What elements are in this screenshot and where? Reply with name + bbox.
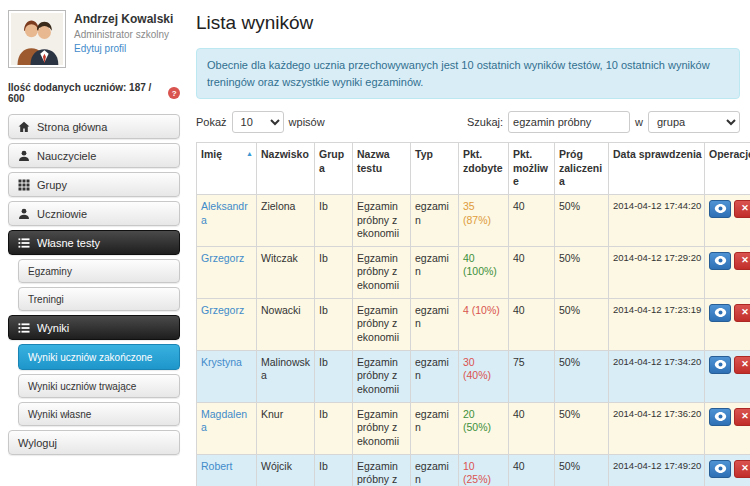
sidebar-item-label: Grupy — [37, 179, 67, 191]
delete-result-button[interactable]: ✕ — [734, 304, 750, 322]
cell-prog-zaliczenia: 50% — [555, 350, 609, 402]
cell-imie: Krystyna — [197, 350, 257, 402]
cell-data-sprawdzenia: 2014-04-12 17:49:20 — [609, 454, 705, 486]
cell-imie: Robert — [197, 454, 257, 486]
cell-grupa: Ib — [315, 194, 353, 246]
score-value: 35 (87%) — [463, 200, 491, 226]
col-header-nazwisko[interactable]: Nazwisko — [257, 143, 315, 195]
cell-typ: egzamin — [411, 454, 459, 486]
grid-icon — [18, 179, 30, 191]
cell-data-sprawdzenia: 2014-04-12 17:29:20 — [609, 246, 705, 298]
sidebar-item-wyniki-wlasne[interactable]: Wyniki własne — [18, 402, 180, 426]
sidebar-item-nauczyciele[interactable]: Nauczyciele — [8, 143, 180, 168]
delete-result-button[interactable]: ✕ — [734, 200, 750, 218]
col-header-prog-zaliczenia[interactable]: Próg zaliczenia — [555, 143, 609, 195]
delete-result-button[interactable]: ✕ — [734, 408, 750, 426]
sidebar-item-grupy[interactable]: Grupy — [8, 172, 180, 197]
sidebar-item-wyniki-uczniow-trwajace[interactable]: Wyniki uczniów trwające — [18, 374, 180, 398]
cell-operacje: ✕ — [705, 350, 750, 402]
sidebar-item-uczniowie[interactable]: Uczniowie — [8, 201, 180, 226]
info-alert: Obecnie dla każdego ucznia przechowywany… — [196, 48, 740, 99]
close-icon: ✕ — [741, 412, 749, 421]
delete-result-button[interactable]: ✕ — [734, 252, 750, 270]
student-link[interactable]: Robert — [201, 460, 233, 472]
sidebar-item-wyniki-uczniow-zakonczone[interactable]: Wyniki uczniów zakończone — [18, 344, 180, 370]
score-value: 10 (25%) — [463, 460, 491, 486]
delete-result-button[interactable]: ✕ — [734, 356, 750, 374]
col-header-nazwa-testu[interactable]: Nazwa testu — [353, 143, 411, 195]
student-link[interactable]: Krystyna — [201, 356, 242, 368]
cell-pkt-zdobyte: 40 (100%) — [459, 246, 509, 298]
student-link[interactable]: Grzegorz — [201, 252, 244, 264]
view-result-button[interactable] — [709, 200, 731, 218]
eye-icon — [714, 412, 727, 421]
sidebar-item-wyniki[interactable]: Wyniki — [8, 315, 180, 340]
search-field-select[interactable]: grupa — [648, 111, 740, 133]
list-icon — [18, 237, 30, 249]
student-link[interactable]: Aleksandra — [201, 200, 248, 226]
cell-operacje: ✕ — [705, 402, 750, 454]
view-result-button[interactable] — [709, 252, 731, 270]
list-icon — [18, 322, 30, 334]
student-link[interactable]: Grzegorz — [201, 304, 244, 316]
help-icon[interactable]: ? — [168, 87, 180, 99]
sidebar-item-wlasne-testy[interactable]: Własne testy — [8, 230, 180, 255]
cell-nazwa-testu: Egzamin próbny z ekonomii — [353, 402, 411, 454]
home-icon — [18, 121, 30, 133]
view-result-button[interactable] — [709, 304, 731, 322]
view-result-button[interactable] — [709, 460, 731, 478]
col-header-data-sprawdzenia[interactable]: Data sprawdzenia — [609, 143, 705, 195]
close-icon: ✕ — [741, 204, 749, 213]
col-header-pkt-mozliwe[interactable]: Pkt. możliwe — [509, 143, 555, 195]
edit-profile-link[interactable]: Edytuj profil — [74, 43, 173, 54]
sidebar-item-strona-glowna[interactable]: Strona główna — [8, 114, 180, 139]
eye-icon — [714, 256, 727, 265]
sidebar-item-treningi[interactable]: Treningi — [18, 287, 180, 311]
cell-data-sprawdzenia: 2014-04-12 17:34:20 — [609, 350, 705, 402]
cell-nazwisko: Wójcik — [257, 454, 315, 486]
cell-data-sprawdzenia: 2014-04-12 17:44:20 — [609, 194, 705, 246]
table-controls: Pokaż 10 wpisów Szukaj: w grupa — [196, 111, 740, 133]
delete-result-button[interactable]: ✕ — [734, 460, 750, 478]
table-row: Magdalena Knur Ib Egzamin próbny z ekono… — [197, 402, 750, 454]
cell-grupa: Ib — [315, 246, 353, 298]
table-row: Grzegorz Witczak Ib Egzamin próbny z eko… — [197, 246, 750, 298]
cell-operacje: ✕ — [705, 194, 750, 246]
sidebar-item-label: Własne testy — [37, 237, 100, 249]
student-link[interactable]: Magdalena — [201, 408, 247, 434]
table-row: Aleksandra Zielona Ib Egzamin próbny z e… — [197, 194, 750, 246]
col-header-grupa[interactable]: Grupa — [315, 143, 353, 195]
cell-nazwa-testu: Egzamin próbny z ekonomii — [353, 194, 411, 246]
cell-nazwa-testu: Egzamin próbny z ekonomii — [353, 454, 411, 486]
sidebar-item-label: Treningi — [28, 294, 64, 305]
cell-nazwisko: Malinowska — [257, 350, 315, 402]
profile-card: Andrzej Kowalski Administrator szkolny E… — [8, 10, 180, 68]
sidebar-item-egzaminy[interactable]: Egzaminy — [18, 259, 180, 283]
cell-pkt-mozliwe: 75 — [509, 350, 555, 402]
sidebar-item-label: Strona główna — [37, 121, 107, 133]
sidebar-item-label: Egzaminy — [28, 266, 72, 277]
cell-operacje: ✕ — [705, 454, 750, 486]
page-size-select[interactable]: 10 — [232, 111, 284, 133]
eye-icon — [714, 204, 727, 213]
cell-imie: Grzegorz — [197, 246, 257, 298]
search-input[interactable] — [508, 111, 630, 133]
col-header-imie[interactable]: Imię ▲ — [197, 143, 257, 195]
cell-prog-zaliczenia: 50% — [555, 298, 609, 350]
user-icon — [18, 150, 30, 162]
cell-grupa: Ib — [315, 350, 353, 402]
results-table: Imię ▲ Nazwisko Grupa Nazwa testu Typ Pk… — [196, 142, 750, 486]
cell-prog-zaliczenia: 50% — [555, 402, 609, 454]
view-result-button[interactable] — [709, 408, 731, 426]
col-header-typ[interactable]: Typ — [411, 143, 459, 195]
cell-nazwisko: Nowacki — [257, 298, 315, 350]
view-result-button[interactable] — [709, 356, 731, 374]
sidebar-item-wyloguj[interactable]: Wyloguj — [8, 430, 180, 455]
cell-pkt-mozliwe: 40 — [509, 454, 555, 486]
cell-operacje: ✕ — [705, 246, 750, 298]
cell-pkt-zdobyte: 4 (10%) — [459, 298, 509, 350]
cell-pkt-mozliwe: 40 — [509, 402, 555, 454]
table-row: Krystyna Malinowska Ib Egzamin próbny z … — [197, 350, 750, 402]
col-header-pkt-zdobyte[interactable]: Pkt. zdobyte — [459, 143, 509, 195]
score-value: 40 (100%) — [463, 252, 497, 278]
